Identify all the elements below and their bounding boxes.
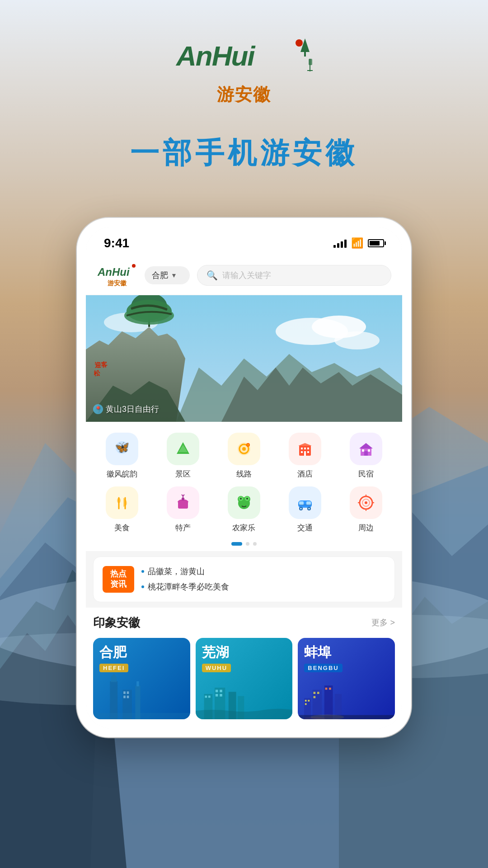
svg-rect-88 bbox=[205, 696, 207, 698]
svg-rect-91 bbox=[216, 689, 218, 692]
svg-rect-9 bbox=[309, 59, 312, 65]
category-nongjia[interactable]: 农家乐 bbox=[215, 486, 272, 533]
svg-rect-111 bbox=[298, 715, 395, 719]
status-icons: 📶 bbox=[333, 237, 384, 249]
svg-rect-94 bbox=[220, 694, 222, 697]
svg-rect-104 bbox=[314, 696, 316, 698]
meishi-icon bbox=[106, 486, 138, 519]
jiaotong-icon bbox=[289, 486, 321, 519]
signal-bar-3 bbox=[341, 241, 343, 248]
phone-inner: 9:41 📶 A bbox=[86, 227, 402, 728]
category-jiaotong[interactable]: 交通 bbox=[277, 486, 334, 533]
meishi-label: 美食 bbox=[114, 523, 130, 533]
svg-rect-83 bbox=[127, 696, 129, 698]
more-link[interactable]: 更多 > bbox=[371, 617, 395, 628]
category-section: 🦋 徽风皖韵 景区 bbox=[86, 422, 402, 537]
svg-point-65 bbox=[300, 508, 302, 509]
svg-rect-77 bbox=[111, 677, 117, 682]
svg-rect-37 bbox=[304, 451, 306, 456]
category-xianlu[interactable]: 线路 bbox=[215, 433, 272, 479]
logo-svg: AnHui bbox=[172, 36, 316, 77]
app-logo-small: AnHui 游安徽 bbox=[97, 263, 137, 288]
category-huifeng[interactable]: 🦋 徽风皖韵 bbox=[93, 433, 150, 479]
svg-point-67 bbox=[308, 508, 310, 509]
city-card-wuhu[interactable]: 芜湖 WUHU bbox=[196, 638, 293, 719]
svg-rect-33 bbox=[301, 448, 303, 449]
svg-rect-44 bbox=[362, 449, 364, 452]
location-pin-icon: 📍 bbox=[93, 404, 103, 414]
svg-text:迎客: 迎客 bbox=[94, 361, 108, 369]
nongjia-label: 农家乐 bbox=[232, 523, 255, 533]
impression-section: 印象安徽 更多 > 合肥 HEFEI bbox=[86, 608, 402, 728]
jiudian-icon bbox=[289, 433, 321, 465]
hot-news-item-2[interactable]: 桃花潭畔冬季必吃美食 bbox=[141, 581, 385, 592]
svg-marker-41 bbox=[359, 443, 373, 448]
logo-subtitle: 游安徽 bbox=[217, 83, 271, 106]
category-zhoubian[interactable]: 周边 bbox=[338, 486, 395, 533]
bengbu-cityscape bbox=[298, 670, 395, 719]
minsu-icon bbox=[350, 433, 382, 465]
zhoubian-label: 周边 bbox=[358, 523, 374, 533]
svg-point-4 bbox=[296, 39, 303, 47]
hot-news-item-1[interactable]: 品徽菜，游黄山 bbox=[141, 566, 385, 577]
techan-label: 特产 bbox=[175, 523, 191, 533]
zhoubian-icon bbox=[350, 486, 382, 519]
svg-rect-49 bbox=[178, 500, 188, 509]
hot-news[interactable]: 热点 资讯 品徽菜，游黄山 桃花潭畔冬季必吃美食 bbox=[93, 557, 395, 602]
svg-rect-50 bbox=[182, 498, 184, 500]
techan-icon bbox=[167, 486, 199, 519]
svg-point-15 bbox=[334, 331, 380, 349]
wifi-icon: 📶 bbox=[351, 237, 363, 249]
svg-rect-80 bbox=[123, 691, 126, 694]
tagline: 一部手机游安徽 bbox=[130, 133, 358, 173]
svg-rect-106 bbox=[325, 688, 328, 690]
minsu-label: 民宿 bbox=[358, 469, 374, 479]
jiaotong-label: 交通 bbox=[297, 523, 313, 533]
signal-bar-1 bbox=[333, 245, 336, 248]
hot-news-list: 品徽菜，游黄山 桃花潭畔冬季必吃美食 bbox=[141, 566, 385, 592]
svg-rect-102 bbox=[314, 692, 316, 694]
svg-rect-45 bbox=[368, 449, 370, 452]
search-bar[interactable]: 🔍 请输入关键字 bbox=[197, 265, 391, 286]
bullet-icon-2 bbox=[141, 585, 144, 588]
battery-fill bbox=[370, 241, 380, 245]
svg-rect-98 bbox=[305, 700, 307, 702]
category-jiudian[interactable]: 酒店 bbox=[277, 433, 334, 479]
svg-point-71 bbox=[365, 501, 367, 504]
location-selector[interactable]: 合肥 ▼ bbox=[145, 266, 190, 284]
city-card-bengbu[interactable]: 蚌埠 BENGBU bbox=[298, 638, 395, 719]
hefei-cityscape bbox=[93, 670, 190, 719]
signal-bar-4 bbox=[344, 240, 347, 248]
top-section: AnHui 游安徽 一部手机游安徽 bbox=[0, 0, 488, 209]
city-card-hefei[interactable]: 合肥 HEFEI bbox=[93, 638, 190, 719]
xianlu-label: 线路 bbox=[236, 469, 252, 479]
banner-caption-text: 黄山3日自由行 bbox=[106, 404, 159, 415]
svg-rect-38 bbox=[307, 451, 309, 453]
category-jingqu[interactable]: 景区 bbox=[154, 433, 211, 479]
banner-caption: 📍 黄山3日自由行 bbox=[93, 404, 159, 415]
svg-rect-34 bbox=[304, 448, 306, 449]
svg-point-29 bbox=[242, 447, 246, 451]
svg-text:AnHui: AnHui bbox=[175, 40, 256, 71]
search-placeholder: 请输入关键字 bbox=[222, 270, 271, 281]
svg-rect-6 bbox=[304, 52, 306, 57]
page-dots bbox=[86, 537, 402, 551]
app-logo-cn: 游安徽 bbox=[108, 279, 127, 288]
category-meishi[interactable]: 美食 bbox=[93, 486, 150, 533]
svg-rect-92 bbox=[220, 689, 222, 692]
dot-1 bbox=[231, 542, 242, 546]
impression-title: 印象安徽 bbox=[93, 615, 140, 631]
category-minsu[interactable]: 民宿 bbox=[338, 433, 395, 479]
svg-point-60 bbox=[246, 498, 248, 500]
category-techan[interactable]: 特产 bbox=[154, 486, 211, 533]
svg-rect-81 bbox=[127, 691, 129, 694]
banner-container[interactable]: 迎客 松 📍 黄山3日自由行 bbox=[86, 295, 402, 422]
dot-3 bbox=[253, 542, 257, 546]
jingqu-icon bbox=[167, 433, 199, 465]
huifeng-icon: 🦋 bbox=[106, 433, 138, 465]
svg-rect-93 bbox=[216, 694, 218, 697]
svg-rect-89 bbox=[208, 696, 211, 698]
category-grid: 🦋 徽风皖韵 景区 bbox=[93, 433, 395, 533]
logo-container: AnHui 游安徽 bbox=[172, 36, 316, 106]
xianlu-icon bbox=[228, 433, 260, 465]
